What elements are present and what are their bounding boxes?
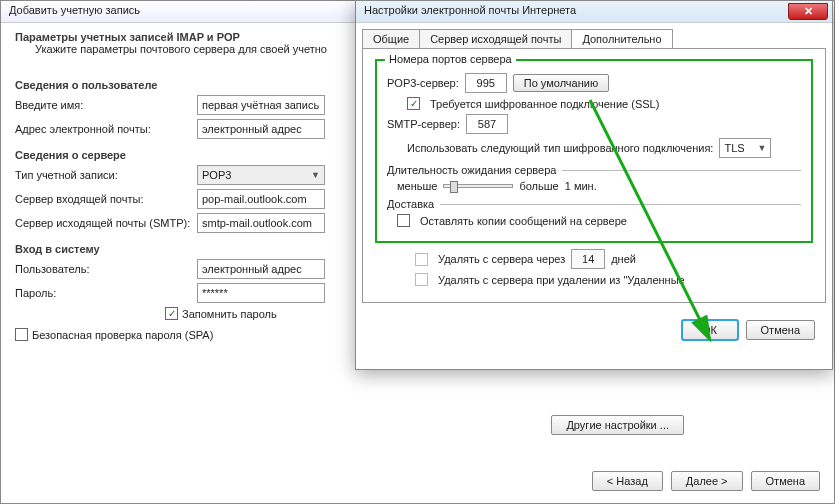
spa-checkbox[interactable] [15,328,28,341]
fg-cancel-button[interactable]: Отмена [746,320,815,340]
account-type-value: POP3 [202,169,231,181]
username-label: Пользователь: [15,263,197,275]
bg-cancel-button[interactable]: Отмена [751,471,820,491]
slider-thumb[interactable] [450,181,458,193]
name-input[interactable] [197,95,325,115]
server-ports-group: Номера портов сервера POP3-сервер: По ум… [375,59,813,243]
email-input[interactable] [197,119,325,139]
timeout-heading: Длительность ожидания сервера [387,164,556,176]
delete-after-days-input [571,249,605,269]
delete-trash-label: Удалять с сервера при удалении из "Удале… [438,274,685,286]
tab-advanced[interactable]: Дополнительно [571,29,672,48]
remember-password-label: Запомнить пароль [182,308,277,320]
tab-outgoing[interactable]: Сервер исходящей почты [419,29,572,48]
delivery-heading: Доставка [387,198,434,210]
close-button[interactable]: ✕ [788,3,828,20]
timeout-slider[interactable] [443,184,513,188]
incoming-server-label: Сервер входящей почты: [15,193,197,205]
ssl-checkbox[interactable] [407,97,420,110]
chevron-down-icon: ▼ [757,143,766,153]
delete-after-row: Удалять с сервера через дней [415,249,813,269]
pop3-port-input[interactable] [465,73,507,93]
next-button[interactable]: Далее > [671,471,743,491]
back-button[interactable]: < Назад [592,471,663,491]
account-type-label: Тип учетной записи: [15,169,197,181]
timeout-less-label: меньше [397,180,437,192]
outgoing-server-input[interactable] [197,213,325,233]
account-type-select[interactable]: POP3▼ [197,165,325,185]
leave-copy-label: Оставлять копии сообщений на сервере [420,215,627,227]
email-label: Адрес электронной почты: [15,123,197,135]
password-input[interactable] [197,283,325,303]
leave-copy-checkbox[interactable] [397,214,410,227]
outgoing-server-label: Сервер исходящей почты (SMTP): [15,217,197,229]
tabs: Общие Сервер исходящей почты Дополнитель… [362,29,826,48]
tab-general[interactable]: Общие [362,29,420,48]
server-ports-title: Номера портов сервера [385,53,516,65]
chevron-down-icon: ▼ [311,170,320,180]
defaults-button[interactable]: По умолчанию [513,74,609,92]
encryption-label: Использовать следующий тип шифрованного … [407,142,713,154]
password-label: Пароль: [15,287,197,299]
fg-titlebar: Настройки электронной почты Интернета ✕ [356,1,832,23]
ssl-label: Требуется шифрованное подключение (SSL) [430,98,659,110]
pop3-label: POP3-сервер: [387,77,459,89]
smtp-label: SMTP-сервер: [387,118,460,130]
username-input[interactable] [197,259,325,279]
incoming-server-input[interactable] [197,189,325,209]
ok-button[interactable]: ОК [682,320,738,340]
email-settings-window: Настройки электронной почты Интернета ✕ … [355,0,833,370]
encryption-select[interactable]: TLS▼ [719,138,771,158]
delete-after-label: Удалять с сервера через [438,253,565,265]
delete-trash-row: Удалять с сервера при удалении из "Удале… [415,273,813,286]
divider [440,204,801,205]
bg-footer: < Назад Далее > Отмена [592,471,820,491]
bg-title: Добавить учетную запись [9,4,140,16]
more-settings-button[interactable]: Другие настройки ... [551,415,684,435]
remember-password-checkbox[interactable] [165,307,178,320]
days-label: дней [611,253,636,265]
name-label: Введите имя: [15,99,197,111]
timeout-more-label: больше [519,180,558,192]
delete-after-checkbox [415,253,428,266]
spa-label: Безопасная проверка пароля (SPA) [32,329,213,341]
divider [562,170,801,171]
delete-trash-checkbox [415,273,428,286]
smtp-port-input[interactable] [466,114,508,134]
encryption-value: TLS [724,142,744,154]
fg-title: Настройки электронной почты Интернета [364,4,576,16]
timeout-value: 1 мин. [565,180,597,192]
tab-panel-advanced: Номера портов сервера POP3-сервер: По ум… [362,48,826,303]
